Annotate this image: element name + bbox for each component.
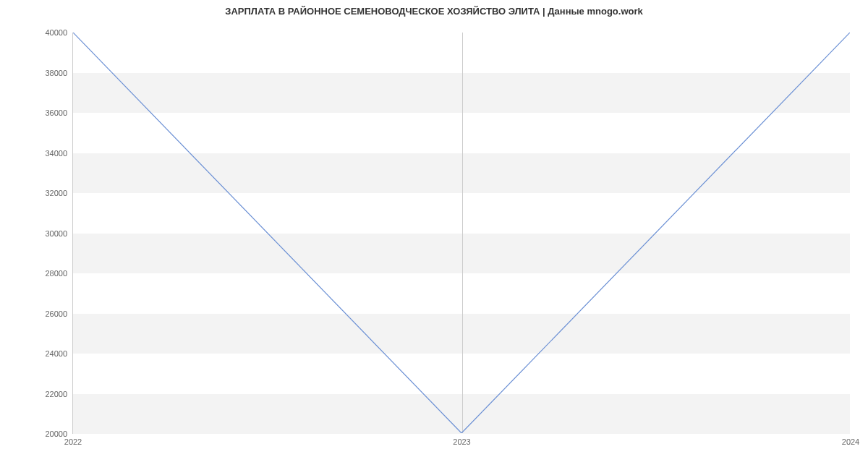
x-tick-label: 2022: [64, 437, 82, 446]
chart-title: ЗАРПЛАТА В РАЙОННОЕ СЕМЕНОВОДЧЕСКОЕ ХОЗЯ…: [0, 6, 868, 17]
y-tick-label: 26000: [45, 309, 67, 318]
y-tick-label: 24000: [45, 349, 67, 358]
y-tick-label: 36000: [45, 108, 67, 117]
line-series: [73, 33, 850, 433]
y-tick-label: 34000: [45, 149, 67, 158]
y-tick-label: 22000: [45, 390, 67, 398]
plot-area: 2000022000240002600028000300003200034000…: [72, 33, 850, 434]
x-tick-label: 2023: [453, 437, 470, 446]
y-tick-label: 40000: [45, 28, 67, 37]
chart-container: ЗАРПЛАТА В РАЙОННОЕ СЕМЕНОВОДЧЕСКОЕ ХОЗЯ…: [0, 0, 868, 470]
y-tick-label: 28000: [45, 269, 67, 278]
x-tick-label: 2024: [842, 437, 859, 446]
y-tick-label: 32000: [45, 189, 67, 197]
y-tick-label: 38000: [45, 69, 67, 77]
y-tick-label: 30000: [45, 229, 67, 238]
